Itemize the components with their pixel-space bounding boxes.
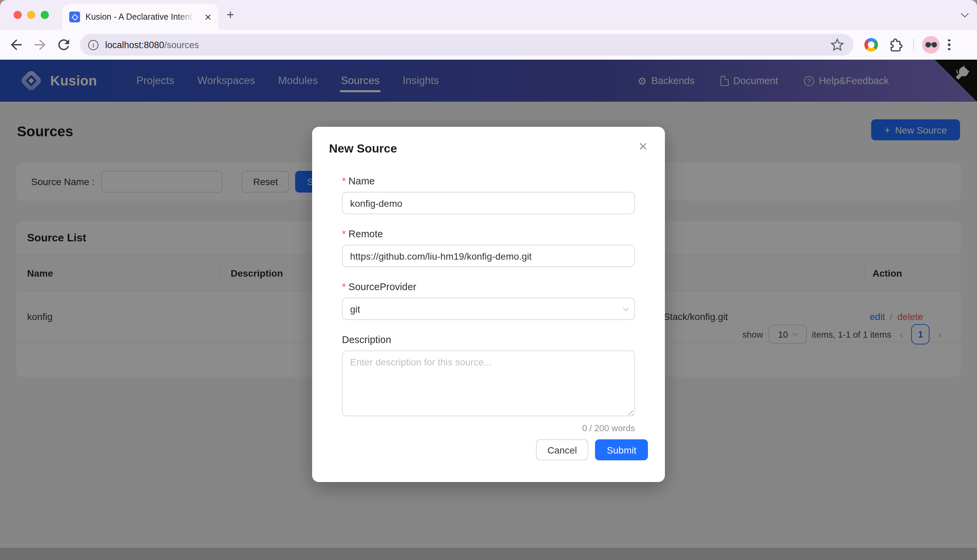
tab-strip: Kusion - A Declarative Intent ✕ + — [0, 0, 977, 30]
modal-header: New Source ✕ — [312, 140, 665, 157]
kusion-favicon-icon — [69, 12, 80, 22]
remote-field-label: *Remote — [342, 228, 635, 239]
submit-button[interactable]: Submit — [595, 439, 648, 460]
description-label-text: Description — [342, 334, 391, 345]
chevron-down-icon — [623, 305, 629, 311]
browser-tab[interactable]: Kusion - A Declarative Intent ✕ — [62, 4, 219, 30]
browser-menu-icon[interactable] — [948, 39, 950, 50]
name-field-label: *Name — [342, 176, 635, 187]
name-label-text: Name — [348, 176, 374, 187]
tab-title: Kusion - A Declarative Intent — [85, 12, 194, 22]
reload-icon[interactable] — [56, 37, 72, 53]
forward-icon[interactable] — [32, 37, 48, 53]
word-counter: 0 / 200 words — [342, 423, 635, 433]
profile-avatar[interactable] — [922, 36, 940, 53]
screen: Kusion - A Declarative Intent ✕ + i loca… — [0, 0, 977, 560]
browser-window: Kusion - A Declarative Intent ✕ + i loca… — [0, 0, 977, 560]
browser-toolbar: i localhost:8080/sources — [0, 30, 977, 60]
description-textarea[interactable] — [342, 350, 635, 416]
bookmark-star-icon[interactable] — [829, 37, 845, 53]
source-provider-select[interactable]: git — [342, 298, 635, 320]
sunglasses-icon — [925, 42, 930, 47]
extension-google-icon[interactable] — [864, 38, 878, 52]
macos-window-controls[interactable] — [13, 11, 49, 19]
remote-input[interactable] — [342, 245, 635, 267]
window-bottom-edge — [0, 548, 977, 560]
new-tab-button[interactable]: + — [227, 7, 234, 22]
required-mark: * — [342, 176, 346, 187]
modal-body: *Name *Remote *SourceProvider git Descri… — [312, 157, 665, 433]
url-host: localhost:8080 — [105, 40, 164, 50]
url-bar[interactable]: i localhost:8080/sources — [80, 34, 853, 56]
source-provider-value: git — [350, 303, 360, 314]
modal-title: New Source — [329, 140, 397, 157]
description-field-label: Description — [342, 334, 635, 345]
minimize-window-button[interactable] — [27, 11, 35, 19]
url-text[interactable]: localhost:8080/sources — [105, 40, 199, 50]
source-provider-field-label: *SourceProvider — [342, 282, 635, 292]
required-mark: * — [342, 228, 346, 239]
extensions-puzzle-icon[interactable] — [887, 37, 904, 53]
close-window-button[interactable] — [13, 11, 22, 19]
back-icon[interactable] — [8, 37, 24, 53]
new-source-modal: New Source ✕ *Name *Remote *SourceProvid… — [312, 127, 665, 482]
url-path: /sources — [164, 40, 199, 50]
zoom-window-button[interactable] — [41, 11, 49, 19]
remote-label-text: Remote — [348, 228, 383, 239]
site-info-icon[interactable]: i — [88, 40, 99, 50]
name-input[interactable] — [342, 192, 635, 214]
tab-close-icon[interactable]: ✕ — [204, 13, 212, 22]
toolbar-divider — [913, 38, 914, 51]
source-provider-label-text: SourceProvider — [348, 282, 416, 292]
close-icon[interactable]: ✕ — [638, 140, 648, 154]
modal-footer: Cancel Submit — [312, 439, 665, 460]
tab-search-chevron-icon[interactable] — [961, 10, 969, 18]
cancel-button[interactable]: Cancel — [536, 439, 589, 460]
description-textarea-wrap — [342, 350, 635, 419]
required-mark: * — [342, 282, 346, 292]
